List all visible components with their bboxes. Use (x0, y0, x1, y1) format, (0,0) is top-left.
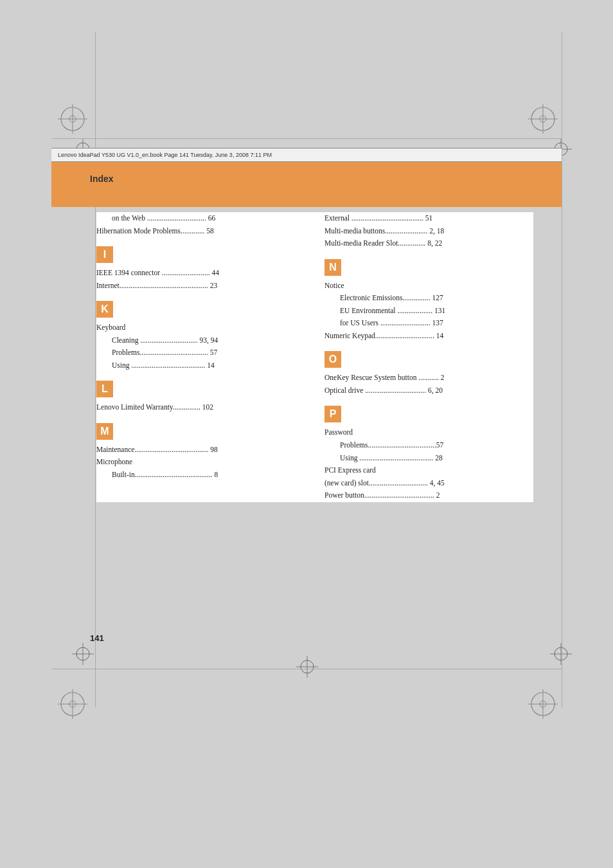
entry-password-problems: Problems................................… (324, 439, 533, 452)
entry-maintenance: Maintenance.............................… (96, 444, 305, 457)
page-number: 141 (90, 633, 104, 643)
entry-password-using: Using ..................................… (324, 452, 533, 465)
entry-on-the-web: on the Web .............................… (96, 212, 305, 225)
header-bar: Lenovo IdeaPad Y530 UG V1.0_en.book Page… (51, 148, 562, 162)
reg-mark-bottom-right (527, 688, 559, 720)
entry-notice: Notice (324, 280, 533, 293)
content-area: on the Web .............................… (96, 212, 533, 502)
inner-mark-right-bottom (550, 643, 572, 665)
entry-multimedia-reader: Multi-media Reader Slot............... 8… (324, 237, 533, 250)
letter-k: K (96, 301, 113, 318)
entry-external: External ...............................… (324, 212, 533, 225)
entry-power-button: Power button............................… (324, 489, 533, 502)
reg-mark-bottom-left (57, 688, 89, 720)
entry-password: Password (324, 426, 533, 439)
entry-keyboard-cleaning: Cleaning ...............................… (96, 334, 305, 347)
right-column: External ...............................… (324, 212, 533, 502)
letter-m: M (96, 423, 113, 440)
letter-o: O (324, 351, 341, 368)
inner-mark-left-bottom (72, 643, 94, 665)
entry-notice-electronic: Electronic Emissions............... 127 (324, 292, 533, 305)
entry-lenovo-warranty: Lenovo Limited Warranty............... 1… (96, 401, 305, 414)
letter-n: N (324, 259, 341, 276)
entry-ieee: IEEE 1394 connector ....................… (96, 267, 305, 280)
page-title: Index (90, 174, 114, 184)
entry-internet: Internet................................… (96, 280, 305, 293)
header-bar-text: Lenovo IdeaPad Y530 UG V1.0_en.book Page… (58, 152, 272, 158)
trim-line-top (51, 138, 562, 139)
reg-mark-top-left (57, 103, 89, 135)
letter-i: I (96, 246, 113, 263)
trim-line-right (562, 32, 562, 707)
trim-line-bottom (51, 669, 562, 669)
entry-notice-us: for US Users ...........................… (324, 317, 533, 330)
entry-keyboard: Keyboard (96, 321, 305, 334)
entry-keyboard-using: Using ..................................… (96, 359, 305, 372)
entry-onekey: OneKey Rescue System button ........... … (324, 372, 533, 384)
entry-optical-drive: Optical drive ..........................… (324, 384, 533, 397)
entry-notice-eu: EU Environmental ................... 131 (324, 305, 533, 318)
entry-hibernation: Hibernation Mode Problems............. 5… (96, 225, 305, 238)
orange-header (51, 162, 562, 207)
letter-l: L (96, 381, 113, 397)
entry-pci-new-card: (new card) slot.........................… (324, 477, 533, 490)
letter-p: P (324, 406, 341, 422)
entry-microphone-builtin: Built-in................................… (96, 469, 305, 482)
center-mark-bottom (296, 656, 318, 678)
entry-numeric-keypad: Numeric Keypad..........................… (324, 330, 533, 343)
entry-pci-express: PCI Express card (324, 464, 533, 477)
reg-mark-top-right (527, 103, 559, 135)
entry-multimedia-buttons: Multi-media buttons.....................… (324, 225, 533, 238)
entry-keyboard-problems: Problems................................… (96, 347, 305, 359)
left-column: on the Web .............................… (96, 212, 305, 502)
entry-microphone: Microphone (96, 456, 305, 469)
trim-line-left (95, 32, 96, 707)
